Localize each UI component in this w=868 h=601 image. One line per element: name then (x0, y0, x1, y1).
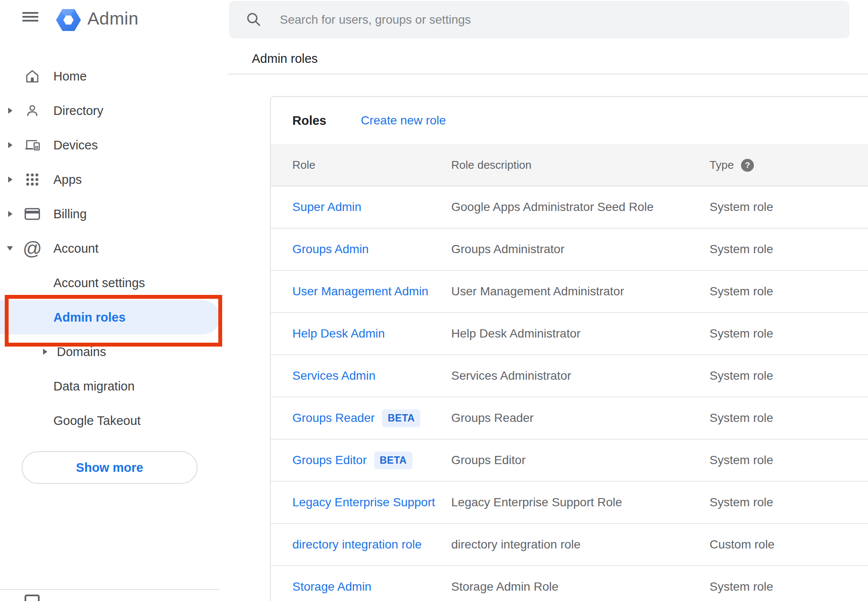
beta-badge: BETA (374, 452, 412, 469)
roles-table-body: Super Admin Google Apps Administrator Se… (271, 186, 868, 601)
role-description: Groups Editor (451, 453, 710, 467)
devices-icon (25, 137, 40, 153)
role-description: directory integration role (451, 538, 710, 551)
role-type: System role (710, 580, 868, 594)
role-link[interactable]: Services Admin (292, 369, 375, 383)
app-title: Admin (87, 9, 139, 29)
role-description: Services Administrator (451, 369, 710, 383)
role-description: Google Apps Administrator Seed Role (451, 200, 710, 214)
table-header-row: Role Role description Type ? (271, 144, 868, 186)
person-icon (25, 103, 40, 118)
clipped-bottom-icon (25, 595, 40, 601)
sidebar-item-home[interactable]: Home (0, 59, 228, 93)
page-title: Admin roles (252, 52, 318, 66)
sidebar-item-billing[interactable]: Billing (0, 197, 228, 231)
expand-right-icon[interactable] (8, 108, 12, 114)
header-divider (228, 74, 868, 74)
role-description: Storage Admin Role (451, 580, 710, 594)
menu-icon[interactable] (22, 12, 38, 22)
admin-logo-icon[interactable] (56, 9, 81, 31)
expand-right-icon[interactable] (8, 211, 12, 217)
search-bar (229, 1, 849, 38)
column-header-type: Type ? (710, 158, 868, 172)
role-type: System role (710, 285, 868, 298)
sidebar: Admin Home Directory Devices (0, 0, 228, 601)
role-type: Custom role (710, 538, 868, 551)
role-type: System role (710, 242, 868, 256)
role-link[interactable]: Super Admin (292, 200, 361, 214)
role-type: System role (710, 411, 868, 425)
apps-grid-icon (25, 172, 40, 187)
role-link[interactable]: Groups Admin (292, 242, 369, 256)
help-icon[interactable]: ? (741, 159, 754, 172)
main-content: Admin roles Roles Create new role Role R… (228, 0, 868, 601)
role-description: Legacy Enterprise Support Role (451, 496, 710, 509)
role-link[interactable]: User Management Admin (292, 285, 428, 298)
sidebar-item-account[interactable]: @ Account (0, 231, 228, 266)
expand-right-icon[interactable] (43, 349, 47, 355)
sidebar-item-data-migration[interactable]: Data migration (0, 369, 228, 403)
sidebar-item-devices[interactable]: Devices (0, 128, 228, 162)
create-new-role-link[interactable]: Create new role (361, 114, 446, 127)
sidebar-nav: Home Directory Devices (0, 59, 228, 438)
column-header-role-description: Role description (451, 158, 710, 172)
role-link[interactable]: Legacy Enterprise Support (292, 496, 435, 509)
show-more-button[interactable]: Show more (22, 451, 198, 484)
role-link[interactable]: Help Desk Admin (292, 327, 385, 341)
table-row: Legacy Enterprise Support Legacy Enterpr… (271, 482, 868, 524)
google-admin-console: { "sidebar": { "app_title": "Admin", "na… (0, 0, 868, 601)
role-type: System role (710, 453, 868, 467)
table-row: Groups Admin Groups Administrator System… (271, 229, 868, 271)
search-input[interactable] (229, 1, 849, 38)
sidebar-item-directory[interactable]: Directory (0, 93, 228, 128)
roles-title: Roles (292, 114, 326, 128)
table-row: directory integration role directory int… (271, 524, 868, 566)
sidebar-item-apps[interactable]: Apps (0, 162, 228, 197)
credit-card-icon (25, 206, 40, 222)
table-row: Super Admin Google Apps Administrator Se… (271, 186, 868, 229)
roles-card-header: Roles Create new role (271, 97, 868, 144)
column-header-role: Role (292, 158, 451, 172)
role-link[interactable]: Storage Admin (292, 580, 372, 594)
table-row: Services Admin Services Administrator Sy… (271, 355, 868, 397)
expand-right-icon[interactable] (8, 142, 12, 148)
at-icon: @ (25, 241, 40, 256)
table-row: Groups Reader BETA Groups Reader System … (271, 397, 868, 440)
sidebar-item-admin-roles[interactable]: Admin roles (0, 300, 220, 335)
table-row: Storage Admin Storage Admin Role System … (271, 566, 868, 601)
beta-badge: BETA (382, 409, 420, 427)
role-type: System role (710, 200, 868, 214)
role-description: Groups Reader (451, 411, 710, 425)
sidebar-divider (0, 589, 220, 590)
sidebar-item-domains[interactable]: Domains (0, 335, 228, 369)
role-type: System role (710, 496, 868, 509)
table-row: Help Desk Admin Help Desk Administrator … (271, 313, 868, 355)
role-link[interactable]: Groups Reader (292, 411, 375, 425)
role-link[interactable]: directory integration role (292, 538, 422, 551)
home-icon (25, 68, 40, 84)
sidebar-header: Admin (0, 0, 228, 43)
role-description: Help Desk Administrator (451, 327, 710, 341)
role-description: Groups Administrator (451, 242, 710, 256)
sidebar-item-account-settings[interactable]: Account settings (0, 266, 228, 300)
role-type: System role (710, 327, 868, 341)
role-type: System role (710, 369, 868, 383)
collapse-down-icon[interactable] (7, 246, 13, 251)
table-row: Groups Editor BETA Groups Editor System … (271, 440, 868, 482)
sidebar-item-google-takeout[interactable]: Google Takeout (0, 403, 228, 438)
table-row: User Management Admin User Management Ad… (271, 271, 868, 313)
expand-right-icon[interactable] (8, 177, 12, 183)
role-description: User Management Administrator (451, 285, 710, 298)
role-link[interactable]: Groups Editor (292, 453, 367, 467)
roles-card: Roles Create new role Role Role descript… (270, 96, 868, 601)
